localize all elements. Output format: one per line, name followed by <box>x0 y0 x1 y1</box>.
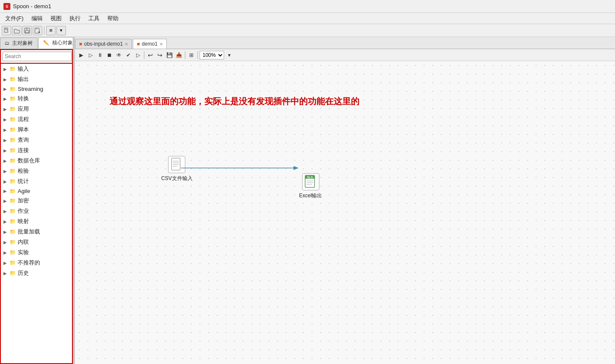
menu-help[interactable]: 帮助 <box>104 14 122 23</box>
tree-list: ▶ 📁 输入 ▶ 📁 输出 ▶ 📁 Streaming ▶ 📁 转换 ▶ <box>0 64 73 364</box>
tree-arrow-apply: ▶ <box>3 107 8 112</box>
canvas-pause-btn[interactable]: ⏸ <box>96 51 104 59</box>
tree-item-mapping[interactable]: ▶ 📁 映射 <box>1 216 72 227</box>
tree-item-query[interactable]: ▶ 📁 查询 <box>1 135 72 145</box>
menu-tools[interactable]: 工具 <box>85 14 103 23</box>
folder-icon-stats: 📁 <box>9 178 16 184</box>
tree-item-apply[interactable]: ▶ 📁 应用 <box>1 104 72 114</box>
canvas-run-btn[interactable]: ▶ <box>77 51 85 59</box>
folder-icon-input: 📁 <box>9 66 16 72</box>
tree-item-database[interactable]: ▶ 📁 数据仓库 <box>1 156 72 166</box>
canvas-undo-btn[interactable]: ↩ <box>146 51 155 59</box>
tree-arrow-output: ▶ <box>3 77 8 82</box>
node-excel-output[interactable]: XLS Excel输出 <box>299 173 322 199</box>
tree-arrow-bulk: ▶ <box>3 230 8 234</box>
excel-output-label: Excel输出 <box>299 192 322 199</box>
tree-item-flow[interactable]: ▶ 📁 流程 <box>1 114 72 124</box>
svg-rect-7 <box>36 28 37 29</box>
tree-arrow-script: ▶ <box>3 128 8 132</box>
tree-arrow-flow: ▶ <box>3 117 8 122</box>
toolbar-down-btn[interactable]: ▾ <box>56 26 66 35</box>
folder-icon-database: 📁 <box>9 158 16 164</box>
svg-text:XLS: XLS <box>307 176 313 179</box>
tree-item-encrypt[interactable]: ▶ 📁 加密 <box>1 196 72 206</box>
canvas-stop-btn[interactable]: ⏹ <box>105 51 114 59</box>
toolbar-layers-btn[interactable]: ≡ <box>46 26 56 35</box>
tree-item-script[interactable]: ▶ 📁 脚本 <box>1 124 72 135</box>
title-bar: S Spoon - demo1 <box>0 0 615 13</box>
search-input[interactable] <box>3 52 72 61</box>
tree-item-inline[interactable]: ▶ 📁 内联 <box>1 237 72 247</box>
tab-obs-input-demo1[interactable]: ✖ obs-input-demo1 ✕ <box>75 39 132 49</box>
tree-arrow-validate: ▶ <box>3 169 8 174</box>
canvas-area[interactable]: 通过观察这里面的功能，实际上是没有发现插件中的功能在这里的 CSV文 <box>75 61 615 364</box>
tree-item-job[interactable]: ▶ 📁 作业 <box>1 206 72 216</box>
tab-core-objects-icon: ✏️ <box>43 40 49 45</box>
toolbar-new-btn[interactable] <box>2 26 11 35</box>
toolbar-open-btn[interactable] <box>12 26 22 35</box>
app-icon: S <box>3 3 10 10</box>
right-panel: ✖ obs-input-demo1 ✕ ✖ demo1 ✕ ▶ ▷ ⏸ ⏹ 👁 … <box>75 37 615 364</box>
folder-icon-validate: 📁 <box>9 168 16 174</box>
tree-item-transform[interactable]: ▶ 📁 转换 <box>1 93 72 104</box>
svg-rect-0 <box>4 28 8 32</box>
canvas-run3-btn[interactable]: ▷ <box>134 51 142 59</box>
canvas-saveas-btn[interactable]: 📥 <box>175 51 183 59</box>
folder-icon-agile: 📁 <box>9 188 16 194</box>
tree-arrow-agile: ▶ <box>3 189 8 193</box>
tree-item-experiment[interactable]: ▶ 📁 实验 <box>1 247 72 258</box>
svg-rect-10 <box>172 158 180 170</box>
tree-item-stats[interactable]: ▶ 📁 统计 <box>1 176 72 187</box>
tab-core-objects[interactable]: ✏️ 核心对象 <box>38 37 73 49</box>
tree-item-validate[interactable]: ▶ 📁 检验 <box>1 166 72 176</box>
folder-icon-streaming: 📁 <box>9 86 16 92</box>
toolbar-saveas-btn[interactable] <box>33 26 42 35</box>
folder-icon-script: 📁 <box>9 127 16 133</box>
tree-item-agile[interactable]: ▶ 📁 Agile <box>1 187 72 196</box>
canvas-preview-btn[interactable]: 👁 <box>115 51 123 59</box>
tree-item-bulk[interactable]: ▶ 📁 批量加载 <box>1 227 72 237</box>
tree-item-history[interactable]: ▶ 📁 历史 <box>1 268 72 278</box>
tree-item-streaming[interactable]: ▶ 📁 Streaming <box>1 84 72 93</box>
panel-tabs: 🗂 主对象树 ✏️ 核心对象 <box>0 37 73 49</box>
canvas-check-btn[interactable]: ✔ <box>124 51 133 59</box>
annotation-text: 通过观察这里面的功能，实际上是没有发现插件中的功能在这里的 <box>109 96 359 107</box>
folder-icon-mapping: 📁 <box>9 218 16 224</box>
csv-input-label: CSV文件输入 <box>161 175 193 182</box>
tree-item-input[interactable]: ▶ 📁 输入 <box>1 64 72 74</box>
tab-obs-close-icon[interactable]: ✕ <box>125 42 128 47</box>
menu-run[interactable]: 执行 <box>66 14 84 23</box>
folder-icon-history: 📁 <box>9 270 16 276</box>
tree-arrow-mapping: ▶ <box>3 219 8 224</box>
tab-main-tree[interactable]: 🗂 主对象树 <box>0 37 37 49</box>
folder-icon-inline: 📁 <box>9 239 16 245</box>
main-toolbar: ≡ ▾ <box>0 24 615 37</box>
tree-arrow-connect: ▶ <box>3 148 8 153</box>
canvas-grid-btn[interactable]: ⊞ <box>187 51 196 59</box>
zoom-dropdown-btn[interactable]: ▾ <box>225 51 234 59</box>
tree-item-deprecated[interactable]: ▶ 📁 不推荐的 <box>1 258 72 268</box>
folder-icon-experiment: 📁 <box>9 249 16 255</box>
tab-demo1-close-icon[interactable]: ✕ <box>159 42 163 47</box>
menu-view[interactable]: 视图 <box>47 14 65 23</box>
canvas-sep1 <box>144 51 144 59</box>
tree-arrow-experiment: ▶ <box>3 250 8 255</box>
canvas-run2-btn[interactable]: ▷ <box>86 51 95 59</box>
menu-file[interactable]: 文件(F) <box>2 14 27 23</box>
folder-icon-output: 📁 <box>9 76 16 82</box>
tree-item-output[interactable]: ▶ 📁 输出 <box>1 74 72 84</box>
folder-icon-encrypt: 📁 <box>9 198 16 204</box>
canvas-toolbar: ▶ ▷ ⏸ ⏹ 👁 ✔ ▷ ↩ ↪ 💾 📥 ⊞ 50% 75% 100% 125… <box>75 49 615 61</box>
search-area: ✕ ⊞ ≡ <box>0 49 73 64</box>
folder-icon-connect: 📁 <box>9 147 16 153</box>
tree-arrow-transform: ▶ <box>3 96 8 101</box>
folder-icon-flow: 📁 <box>9 116 16 122</box>
canvas-redo-btn[interactable]: ↪ <box>156 51 164 59</box>
tab-demo1[interactable]: ✖ demo1 ✕ <box>133 39 167 49</box>
zoom-select[interactable]: 50% 75% 100% 125% 150% 200% <box>200 51 224 59</box>
menu-edit[interactable]: 编辑 <box>28 14 46 23</box>
toolbar-save-btn[interactable] <box>22 26 32 35</box>
canvas-save-btn[interactable]: 💾 <box>165 51 174 59</box>
tree-item-connect[interactable]: ▶ 📁 连接 <box>1 145 72 156</box>
tree-arrow-job: ▶ <box>3 209 8 214</box>
